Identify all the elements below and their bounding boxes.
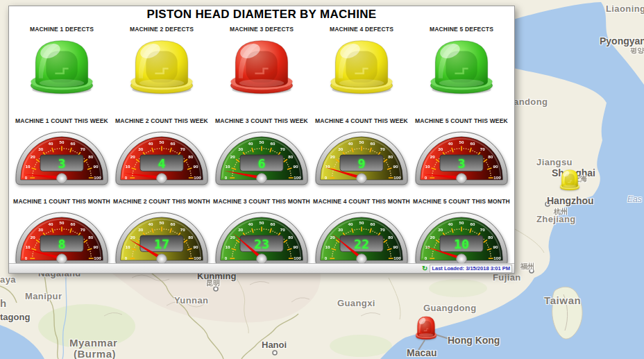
gauge-dial[interactable]: 01020304050607080901006 [214,126,309,187]
led-lamp [559,167,580,191]
defect-label: MACHINE 4 DEFECTS [330,26,393,33]
svg-text:0: 0 [25,175,28,180]
svg-text:20: 20 [230,235,235,240]
svg-text:100: 100 [94,256,101,260]
week-gauge-label: MACHINE 1 COUNT THIS WEEK [15,117,108,124]
svg-text:90: 90 [94,164,99,169]
gauge-dial[interactable]: 010203040506070809010010 [414,207,509,268]
month-gauge-cell-1: MACHINE 1 COUNT THIS MONTH01020304050607… [13,198,110,268]
defect-label: MACHINE 1 DEFECTS [30,26,94,33]
svg-text:40: 40 [149,222,153,226]
svg-text:70: 70 [480,227,485,232]
svg-text:90: 90 [294,164,298,169]
svg-text:80: 80 [188,235,193,240]
gauge-value: 3 [457,156,465,171]
svg-text:30: 30 [338,227,343,232]
map-led-hongkong-alert-led[interactable] [415,314,437,343]
svg-text:60: 60 [470,222,475,226]
gauge-dial[interactable]: 01020304050607080901009 [314,126,409,187]
led-lamp [228,35,295,95]
svg-text:80: 80 [488,235,493,240]
svg-text:0: 0 [425,256,427,260]
gauge-dial[interactable]: 01020304050607080901003 [414,126,509,187]
svg-text:100: 100 [493,175,501,180]
gauge-pivot [357,174,367,184]
gauge-pivot [457,174,467,184]
last-loaded-text: Last Loaded: 3/15/2018 3:01 PM [430,265,512,273]
gauge-dial[interactable]: 01020304050607080901003 [15,126,109,187]
svg-text:50: 50 [260,140,264,144]
svg-text:90: 90 [94,244,99,249]
svg-text:50: 50 [459,140,464,144]
gauge-pivot [257,174,267,184]
svg-text:50: 50 [160,220,164,225]
svg-text:90: 90 [194,164,198,169]
svg-text:10: 10 [325,244,330,249]
svg-text:40: 40 [248,141,253,146]
svg-text:30: 30 [438,147,443,151]
svg-text:80: 80 [488,154,493,159]
svg-text:40: 40 [348,222,353,226]
defect-label: MACHINE 3 DEFECTS [230,26,294,33]
month-gauge-cell-3: MACHINE 3 COUNT THIS MONTH01020304050607… [213,198,310,268]
svg-text:50: 50 [260,220,264,225]
week-gauge-label: MACHINE 3 COUNT THIS WEEK [215,117,308,124]
svg-text:70: 70 [380,147,385,151]
gauge-value: 23 [254,237,269,251]
week-gauge-label: MACHINE 5 COUNT THIS WEEK [415,117,508,124]
svg-text:0: 0 [125,256,128,260]
svg-text:70: 70 [480,147,485,151]
svg-text:20: 20 [130,154,135,159]
dashboard-title: PISTON HEAD DIAMETER BY MACHINE [9,8,514,22]
svg-text:20: 20 [330,154,335,159]
svg-text:70: 70 [180,227,185,232]
led-indicator-yellow[interactable] [328,35,395,98]
svg-text:20: 20 [430,154,435,159]
svg-text:50: 50 [60,220,65,225]
month-gauge-label: MACHINE 4 COUNT THIS MONTH [313,198,410,205]
svg-text:60: 60 [370,141,375,146]
svg-text:20: 20 [31,154,35,159]
svg-text:10: 10 [126,164,130,169]
svg-text:30: 30 [38,147,43,151]
refresh-icon[interactable]: ↻ [422,265,427,272]
defect-cell-5: MACHINE 5 DEFECTS [428,26,495,98]
gauge-value: 3 [58,156,65,171]
month-gauge-label: MACHINE 1 COUNT THIS MONTH [13,198,110,205]
gauge-dial[interactable]: 010203040506070809010022 [314,207,409,268]
svg-text:0: 0 [325,175,328,180]
week-gauge-cell-1: MACHINE 1 COUNT THIS WEEK010203040506070… [15,117,109,187]
gauge-dial[interactable]: 01020304050607080901004 [115,126,209,187]
gauge-dial[interactable]: 01020304050607080901008 [15,207,109,268]
svg-text:80: 80 [388,154,393,159]
gauge-value: 6 [257,156,265,171]
svg-text:70: 70 [380,227,385,232]
led-indicator-yellow[interactable] [128,35,195,98]
svg-text:60: 60 [70,141,75,146]
month-gauge-cell-5: MACHINE 5 COUNT THIS MONTH01020304050607… [413,198,510,268]
gauge-dial[interactable]: 010203040506070809010017 [115,207,209,268]
month-gauge-label: MACHINE 3 COUNT THIS MONTH [213,198,310,205]
svg-text:30: 30 [238,147,243,151]
month-gauges-row: MACHINE 1 COUNT THIS MONTH01020304050607… [12,198,511,268]
defect-cell-2: MACHINE 2 DEFECTS [128,26,195,98]
svg-text:50: 50 [60,140,65,144]
svg-text:10: 10 [425,164,430,169]
defect-cell-3: MACHINE 3 DEFECTS [228,26,295,98]
led-indicator-green[interactable] [428,35,495,98]
led-indicator-red[interactable] [228,35,295,98]
svg-text:30: 30 [138,147,143,151]
svg-text:40: 40 [348,141,353,146]
gauge-value: 8 [58,237,65,251]
gauge-dial[interactable]: 010203040506070809010023 [214,207,309,268]
svg-text:50: 50 [359,140,364,144]
svg-text:70: 70 [280,227,285,232]
led-indicator-green[interactable] [28,35,95,98]
week-gauge-cell-4: MACHINE 4 COUNT THIS WEEK010203040506070… [314,117,409,187]
defect-cell-1: MACHINE 1 DEFECTS [28,26,95,98]
svg-text:40: 40 [248,222,253,226]
map-led-shanghai-alert-led[interactable] [559,167,580,194]
led-lamp [428,35,495,95]
svg-text:20: 20 [31,235,35,240]
led-lamp [328,35,395,95]
